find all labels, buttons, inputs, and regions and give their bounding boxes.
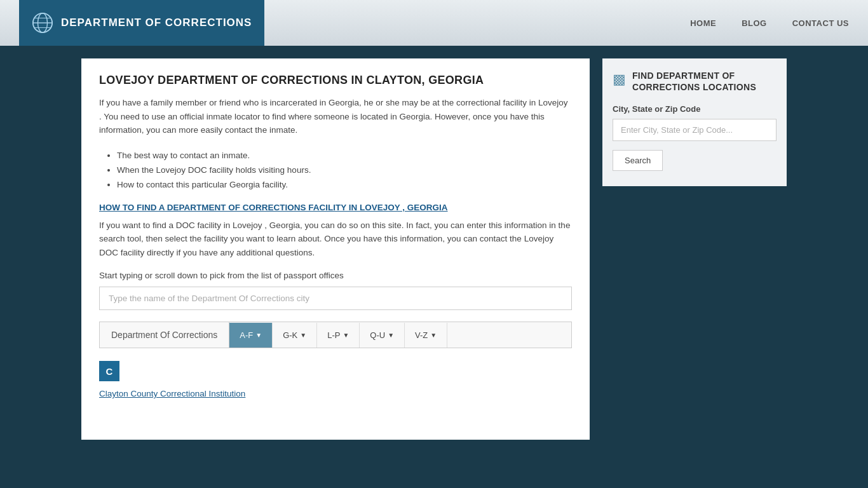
bullet-item-3: How to contact this particular Georgia f…: [117, 178, 572, 193]
sidebar-input-label: City, State or Zip Code: [613, 104, 776, 114]
content-grid: LOVEJOY DEPARTMENT OF CORRECTIONS IN CLA…: [81, 58, 787, 440]
bullet-list: The best way to contact an inmate. When …: [117, 149, 572, 193]
logo-area: DEPARTMENT OF CORRECTIONS: [19, 0, 264, 46]
facility-link[interactable]: Clayton County Correctional Institution: [99, 389, 572, 398]
filter-label: Department Of Corrections: [100, 322, 229, 348]
site-header: DEPARTMENT OF CORRECTIONS HOME BLOG CONT…: [0, 0, 868, 46]
filter-bar: Department Of Corrections A-F ▼ G-K ▼ L-…: [99, 322, 572, 348]
filter-tab-lp[interactable]: L-P ▼: [317, 323, 360, 348]
filter-tab-af[interactable]: A-F ▼: [229, 323, 273, 348]
page-wrapper: LOVEJOY DEPARTMENT OF CORRECTIONS IN CLA…: [69, 46, 799, 452]
filter-tab-lp-label: L-P: [327, 330, 340, 340]
filter-tab-vz-arrow: ▼: [430, 332, 437, 339]
sidebar-title: FIND DEPARTMENT OF CORRECTIONS LOCATIONS: [632, 70, 776, 93]
sidebar-header: ▩ FIND DEPARTMENT OF CORRECTIONS LOCATIO…: [613, 70, 776, 93]
city-search-input[interactable]: [99, 287, 572, 310]
filter-tab-qu[interactable]: Q-U ▼: [360, 323, 405, 348]
globe-icon: [32, 12, 53, 34]
sidebar-search-input[interactable]: [613, 119, 776, 141]
scroll-hint: Start typing or scroll down to pick from…: [99, 271, 572, 280]
bullet-item-1: The best way to contact an inmate.: [117, 149, 572, 163]
main-content: LOVEJOY DEPARTMENT OF CORRECTIONS IN CLA…: [81, 58, 590, 440]
search-button[interactable]: Search: [613, 150, 663, 171]
filter-tab-vz-label: V-Z: [415, 330, 428, 340]
chart-icon: ▩: [613, 71, 626, 88]
filter-tab-gk-label: G-K: [283, 330, 297, 340]
section-paragraph: If you want to find a DOC facility in Lo…: [99, 219, 572, 260]
filter-tab-af-label: A-F: [240, 330, 253, 340]
page-title: LOVEJOY DEPARTMENT OF CORRECTIONS IN CLA…: [99, 74, 572, 87]
filter-tab-gk-arrow: ▼: [300, 332, 306, 339]
nav-blog[interactable]: BLOG: [742, 18, 767, 28]
site-title: DEPARTMENT OF CORRECTIONS: [61, 17, 252, 29]
main-nav: HOME BLOG CONTACT US: [690, 18, 849, 28]
bullet-item-2: When the Lovejoy DOC facility holds visi…: [117, 163, 572, 178]
filter-tab-qu-label: Q-U: [370, 330, 385, 340]
filter-tab-vz[interactable]: V-Z ▼: [405, 323, 447, 348]
filter-tab-af-arrow: ▼: [255, 332, 262, 339]
filter-tab-lp-arrow: ▼: [342, 332, 349, 339]
filter-tab-gk[interactable]: G-K ▼: [273, 323, 317, 348]
filter-tab-qu-arrow: ▼: [388, 332, 394, 339]
sidebar: ▩ FIND DEPARTMENT OF CORRECTIONS LOCATIO…: [602, 58, 787, 186]
section-heading[interactable]: HOW TO FIND A DEPARTMENT OF CORRECTIONS …: [99, 203, 572, 212]
nav-home[interactable]: HOME: [690, 18, 716, 28]
intro-paragraph: If you have a family member or friend wh…: [99, 96, 572, 137]
letter-badge: C: [99, 361, 119, 381]
nav-contact[interactable]: CONTACT US: [792, 18, 849, 28]
